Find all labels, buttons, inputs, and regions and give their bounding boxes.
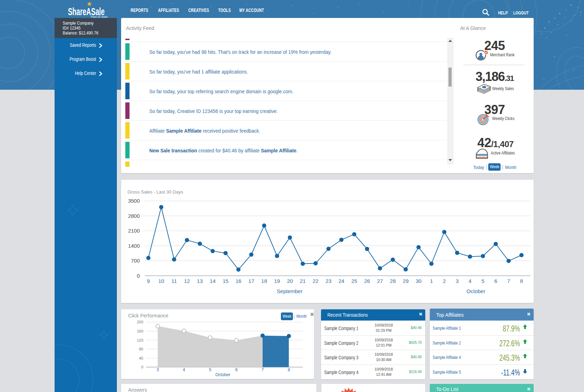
svg-text:18: 18 [261, 278, 267, 284]
svg-text:September: September [277, 288, 302, 294]
svg-text:22: 22 [313, 278, 319, 284]
svg-text:200: 200 [137, 320, 143, 324]
svg-text:19: 19 [274, 278, 280, 284]
svg-text:12: 12 [184, 278, 190, 284]
svg-text:5: 5 [482, 278, 484, 284]
svg-text:1400: 1400 [128, 243, 140, 249]
svg-text:0: 0 [137, 273, 140, 279]
svg-text:24: 24 [338, 278, 344, 284]
svg-text:13: 13 [197, 278, 203, 284]
svg-text:6: 6 [235, 367, 238, 372]
svg-text:23: 23 [326, 278, 332, 284]
svg-text:2: 2 [443, 278, 446, 284]
svg-text:17: 17 [249, 278, 255, 284]
svg-text:27: 27 [377, 278, 383, 284]
svg-text:15: 15 [222, 278, 228, 284]
svg-text:80: 80 [139, 347, 143, 351]
svg-text:October: October [215, 372, 231, 377]
svg-text:11: 11 [171, 278, 177, 284]
svg-text:10: 10 [158, 278, 164, 284]
svg-text:21: 21 [300, 278, 306, 284]
svg-text:14: 14 [210, 278, 216, 284]
svg-text:3500: 3500 [128, 198, 140, 204]
svg-text:8: 8 [520, 278, 523, 284]
svg-text:40: 40 [139, 356, 143, 360]
svg-text:6: 6 [494, 278, 497, 284]
svg-text:4: 4 [469, 278, 471, 284]
svg-text:5: 5 [209, 367, 212, 372]
svg-text:3: 3 [456, 278, 459, 284]
svg-text:16: 16 [236, 278, 241, 284]
svg-text:3: 3 [157, 367, 159, 372]
svg-text:2100: 2100 [128, 228, 140, 234]
svg-text:30: 30 [416, 278, 422, 284]
svg-text:120: 120 [137, 338, 143, 342]
svg-text:160: 160 [137, 329, 143, 333]
svg-text:20: 20 [287, 278, 293, 284]
svg-text:9: 9 [147, 278, 150, 284]
svg-text:October: October [466, 288, 485, 294]
svg-text:1: 1 [430, 278, 433, 284]
svg-text:25: 25 [351, 278, 357, 284]
svg-text:26: 26 [364, 278, 370, 284]
svg-text:7: 7 [262, 367, 264, 372]
svg-text:4: 4 [183, 367, 185, 372]
svg-text:8: 8 [288, 367, 290, 372]
svg-text:29: 29 [403, 278, 409, 284]
svg-text:7: 7 [507, 278, 510, 284]
svg-text:2800: 2800 [128, 213, 140, 219]
svg-text:0: 0 [141, 365, 143, 369]
svg-text:700: 700 [131, 258, 140, 264]
svg-text:28: 28 [390, 278, 396, 284]
